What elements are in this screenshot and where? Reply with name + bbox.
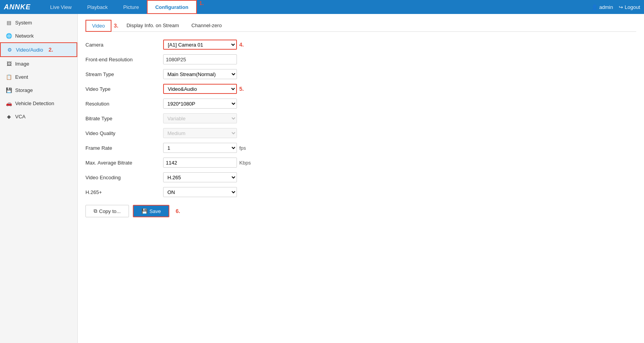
stream-type-label: Stream Type (85, 71, 163, 77)
max-avg-bitrate-unit: Kbps (239, 160, 251, 166)
storage-icon: 💾 (6, 87, 12, 93)
video-form: Camera [A1] Camera 01[A2] Camera 02 4. F… (85, 40, 636, 217)
tab-display-info[interactable]: Display Info. on Stream (120, 20, 185, 32)
copy-label: Copy to... (99, 208, 121, 214)
resolution-label: Resolution (85, 101, 163, 107)
frame-rate-select[interactable]: 12345678101215162025 (163, 143, 237, 153)
sidebar-label-video-audio: Video/Audio (16, 47, 43, 53)
sidebar-item-vca[interactable]: ◆ VCA (0, 110, 77, 123)
annotation-1: 1. (199, 0, 204, 14)
frontend-resolution-value: 1080P25 (163, 54, 237, 64)
video-encoding-label: Video Encoding (85, 175, 163, 180)
annotation-2: 2. (49, 47, 53, 53)
frame-rate-group: 12345678101215162025 fps (163, 143, 246, 153)
sidebar-label-network: Network (15, 33, 34, 39)
camera-select[interactable]: [A1] Camera 01[A2] Camera 02 (163, 40, 237, 50)
video-encoding-row: Video Encoding H.265H.264 (85, 172, 636, 182)
main-layout: ▤ System 🌐 Network ⚙ Video/Audio 2. 🖼 Im… (0, 14, 644, 343)
nav-configuration[interactable]: Configuration (147, 0, 197, 14)
admin-label: admin (599, 4, 613, 10)
annotation-4: 4. (239, 42, 244, 48)
content-area: Video 3. Display Info. on Stream Channel… (78, 14, 644, 343)
camera-row: Camera [A1] Camera 01[A2] Camera 02 4. (85, 40, 636, 50)
video-type-select[interactable]: Video&AudioVideoAudio (163, 84, 237, 94)
tab-channel-zero[interactable]: Channel-zero (185, 20, 228, 32)
sidebar: ▤ System 🌐 Network ⚙ Video/Audio 2. 🖼 Im… (0, 14, 78, 343)
resolution-select[interactable]: 1920*1080P1280*720P (163, 99, 237, 109)
admin-link[interactable]: 👤 admin (592, 4, 613, 10)
sidebar-item-event[interactable]: 📋 Event (0, 70, 77, 83)
bitrate-type-label: Bitrate Type (85, 116, 163, 121)
stream-type-row: Stream Type Main Stream(Normal)Sub Strea… (85, 69, 636, 79)
frame-rate-unit: fps (239, 145, 246, 151)
max-avg-bitrate-group: Kbps (163, 158, 251, 168)
max-avg-bitrate-input[interactable] (163, 158, 237, 168)
sidebar-item-network[interactable]: 🌐 Network (0, 29, 77, 42)
sidebar-item-image[interactable]: 🖼 Image (0, 57, 77, 70)
sidebar-label-vehicle-detection: Vehicle Detection (15, 100, 54, 106)
video-quality-select[interactable]: Medium (163, 128, 237, 138)
frame-rate-label: Frame Rate (85, 145, 163, 151)
h265plus-label: H.265+ (85, 189, 163, 195)
save-button[interactable]: 💾 Save (133, 205, 170, 217)
logout-icon: ↪ (619, 4, 623, 10)
nav-links: Live View Playback Picture Configuration… (42, 0, 592, 14)
video-quality-row: Video Quality Medium (85, 128, 636, 138)
video-type-row: Video Type Video&AudioVideoAudio 5. (85, 84, 636, 94)
tab-bar: Video 3. Display Info. on Stream Channel… (85, 20, 636, 32)
stream-type-select[interactable]: Main Stream(Normal)Sub Stream (163, 69, 237, 79)
video-type-label: Video Type (85, 86, 163, 92)
sidebar-label-vca: VCA (15, 114, 26, 120)
brand-logo: ANNKE (4, 3, 31, 11)
logout-link[interactable]: ↪ Logout (619, 4, 640, 10)
sidebar-item-video-audio[interactable]: ⚙ Video/Audio 2. (0, 42, 77, 57)
sidebar-label-storage: Storage (15, 87, 33, 93)
vca-icon: ◆ (6, 113, 12, 120)
bitrate-type-select[interactable]: Variable (163, 113, 237, 123)
sidebar-label-image: Image (15, 61, 29, 67)
network-icon: 🌐 (6, 33, 12, 39)
h265plus-row: H.265+ ONOFF (85, 187, 636, 197)
frontend-resolution-label: Front-end Resolution (85, 57, 163, 62)
video-encoding-select[interactable]: H.265H.264 (163, 172, 237, 182)
camera-label: Camera (85, 42, 163, 48)
sidebar-item-system[interactable]: ▤ System (0, 16, 77, 29)
nav-right: 👤 admin ↪ Logout (592, 4, 640, 10)
sidebar-label-event: Event (15, 74, 28, 80)
button-row: ⧉ Copy to... 💾 Save 6. (85, 205, 636, 217)
sidebar-label-system: System (15, 20, 32, 26)
annotation-6: 6. (176, 208, 180, 214)
resolution-row: Resolution 1920*1080P1280*720P (85, 99, 636, 109)
frame-rate-row: Frame Rate 12345678101215162025 fps (85, 143, 636, 153)
copy-icon: ⧉ (94, 208, 97, 214)
frontend-resolution-row: Front-end Resolution 1080P25 (85, 54, 636, 64)
image-icon: 🖼 (6, 61, 12, 67)
annotation-5: 5. (239, 86, 244, 92)
max-avg-bitrate-row: Max. Average Bitrate Kbps (85, 158, 636, 168)
video-audio-icon: ⚙ (7, 47, 13, 53)
top-navigation: ANNKE Live View Playback Picture Configu… (0, 0, 644, 14)
nav-live-view[interactable]: Live View (42, 0, 79, 14)
h265plus-select[interactable]: ONOFF (163, 187, 237, 197)
nav-playback[interactable]: Playback (79, 0, 115, 14)
bitrate-type-row: Bitrate Type Variable (85, 113, 636, 123)
tab-video[interactable]: Video (85, 20, 111, 32)
save-label: Save (150, 208, 161, 214)
max-avg-bitrate-label: Max. Average Bitrate (85, 160, 163, 166)
event-icon: 📋 (6, 74, 12, 80)
system-icon: ▤ (6, 19, 12, 26)
save-icon: 💾 (141, 208, 148, 214)
vehicle-icon: 🚗 (6, 100, 12, 106)
nav-picture[interactable]: Picture (115, 0, 146, 14)
copy-to-button[interactable]: ⧉ Copy to... (85, 205, 129, 217)
annotation-3: 3. (114, 23, 118, 29)
video-quality-label: Video Quality (85, 130, 163, 136)
user-icon: 👤 (592, 4, 598, 10)
sidebar-item-vehicle-detection[interactable]: 🚗 Vehicle Detection (0, 97, 77, 110)
logout-label: Logout (625, 4, 640, 10)
sidebar-item-storage[interactable]: 💾 Storage (0, 83, 77, 97)
